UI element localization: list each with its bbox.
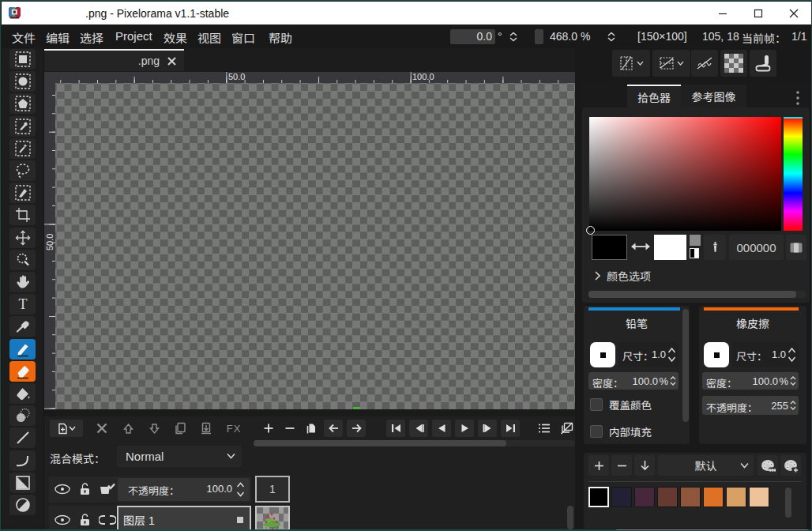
- right-size-spinbox[interactable]: 尺寸： 1.0: [732, 342, 799, 367]
- play-forward-button[interactable]: [455, 420, 474, 437]
- palette-swatch-6[interactable]: [726, 487, 746, 507]
- tool-ellipse-select[interactable]: [9, 71, 36, 92]
- right-density-slider[interactable]: 密度： 100.0 %: [702, 372, 799, 390]
- frame-1-button[interactable]: 1: [255, 476, 290, 503]
- layer-opacity-slider[interactable]: 不透明度： 100.0: [118, 478, 250, 501]
- palette-swatch-4[interactable]: [680, 487, 701, 507]
- zoom-slider-grip[interactable]: [535, 29, 543, 44]
- hex-color-input[interactable]: 000000: [729, 235, 784, 260]
- layer-name-field[interactable]: 图层 1: [117, 506, 251, 531]
- tool-ellipse[interactable]: [9, 495, 36, 515]
- menu-window[interactable]: 窗口: [231, 29, 255, 46]
- menu-edit[interactable]: 编辑: [46, 29, 70, 46]
- next-frame-button[interactable]: [478, 420, 497, 437]
- screen-color-picker-button[interactable]: [704, 235, 726, 260]
- layer-fx-button[interactable]: FX: [224, 420, 244, 437]
- global-visibility-button[interactable]: [53, 482, 72, 496]
- palette-swatch-2[interactable]: [634, 487, 655, 507]
- clone-layer-button[interactable]: [171, 420, 190, 437]
- left-density-slider[interactable]: 密度： 100.0 %: [588, 372, 679, 390]
- tool-move[interactable]: [9, 228, 36, 248]
- tool-line[interactable]: [9, 427, 36, 448]
- hue-slider[interactable]: [784, 117, 803, 231]
- tool-paint-select[interactable]: [9, 183, 36, 203]
- go-to-last-frame-button[interactable]: [501, 420, 520, 437]
- tool-pencil[interactable]: [9, 339, 36, 360]
- tool-rectangle[interactable]: [9, 473, 36, 493]
- dynamics-button[interactable]: [750, 50, 776, 77]
- layer-link-cels-button[interactable]: [97, 513, 118, 527]
- palette-select-dropdown[interactable]: 默认: [658, 455, 754, 476]
- tool-lasso[interactable]: [9, 160, 36, 181]
- blend-mode-dropdown[interactable]: Normal: [117, 446, 242, 467]
- new-palette-button[interactable]: [780, 455, 801, 476]
- tool-bucket[interactable]: [9, 383, 36, 404]
- right-brush-preview[interactable]: [704, 342, 729, 367]
- color-options-expander[interactable]: 颜色选项: [595, 268, 651, 284]
- tool-color-select[interactable]: [9, 116, 36, 137]
- merge-down-button[interactable]: [197, 420, 216, 437]
- previous-frame-button[interactable]: [409, 420, 428, 437]
- move-frame-left-button[interactable]: [324, 420, 343, 437]
- primary-color-swatch[interactable]: [592, 235, 627, 260]
- go-to-first-frame-button[interactable]: [386, 420, 405, 437]
- menu-help[interactable]: 帮助: [269, 29, 292, 46]
- remove-frame-button[interactable]: [283, 420, 297, 437]
- palette-swatch-5[interactable]: [703, 487, 724, 507]
- onion-skinning-button[interactable]: [557, 420, 576, 437]
- rotation-spinner[interactable]: [509, 32, 518, 42]
- layer-visibility-button[interactable]: [53, 513, 72, 527]
- palette-scrollbar[interactable]: [785, 488, 791, 518]
- left-brush-preview[interactable]: [590, 342, 615, 367]
- menu-effects[interactable]: 效果: [164, 29, 187, 46]
- canvas-viewport[interactable]: [55, 83, 575, 416]
- tool-zoom[interactable]: [9, 250, 36, 270]
- tool-eraser[interactable]: [9, 361, 36, 382]
- tool-crop[interactable]: [9, 205, 36, 225]
- right-opacity-slider[interactable]: 不透明度： 255: [702, 396, 799, 415]
- frame-list-button[interactable]: [536, 420, 553, 437]
- play-backwards-button[interactable]: [432, 420, 451, 437]
- move-frame-right-button[interactable]: [347, 420, 366, 437]
- tool-text[interactable]: T: [9, 294, 36, 314]
- clone-frame-button[interactable]: [303, 420, 319, 437]
- layer-lock-button[interactable]: [77, 511, 92, 529]
- left-checkbox-fill-inside[interactable]: 内部填充: [590, 424, 652, 439]
- menu-select[interactable]: 选择: [80, 29, 103, 46]
- menu-view[interactable]: 视图: [197, 29, 221, 46]
- mirror-horizontal-button[interactable]: [612, 50, 650, 77]
- maximize-button[interactable]: [742, 2, 774, 24]
- tool-color-picker[interactable]: [9, 316, 36, 337]
- project-tab[interactable]: .png: [44, 49, 184, 71]
- alpha-lock-button[interactable]: [720, 50, 747, 77]
- remove-layer-button[interactable]: [93, 420, 111, 437]
- secondary-color-swatch[interactable]: [654, 235, 686, 260]
- default-colors-button[interactable]: [690, 248, 699, 258]
- global-link-cels-button[interactable]: [97, 481, 118, 497]
- cel-thumbnail[interactable]: [255, 506, 290, 531]
- color-panel-scrollbar[interactable]: [588, 291, 806, 298]
- global-lock-button[interactable]: [77, 480, 92, 498]
- pixel-perfect-button[interactable]: [691, 50, 718, 77]
- remove-palette-color-button[interactable]: [611, 455, 632, 476]
- swap-colors-button[interactable]: [630, 240, 651, 253]
- close-button[interactable]: [778, 2, 810, 24]
- tab-reference-images[interactable]: 参考图像: [681, 85, 746, 107]
- add-palette-color-button[interactable]: [588, 455, 609, 476]
- tab-close-button[interactable]: [167, 56, 177, 66]
- palette-swatch-0[interactable]: [588, 487, 609, 507]
- sort-palette-button[interactable]: [634, 455, 655, 476]
- tool-rectangle-select[interactable]: [9, 49, 36, 70]
- left-size-spinbox[interactable]: 尺寸： 1.0: [618, 342, 679, 367]
- move-layer-down-button[interactable]: [145, 420, 163, 437]
- palette-swatch-1[interactable]: [611, 487, 632, 507]
- mirror-vertical-button[interactable]: [652, 50, 690, 77]
- color-mode-button[interactable]: [786, 235, 806, 260]
- tool-pan[interactable]: [9, 272, 36, 292]
- tool-polygon-select[interactable]: [9, 93, 36, 114]
- panel-menu-button[interactable]: [796, 91, 799, 105]
- minimize-button[interactable]: [707, 2, 739, 24]
- palette-swatch-7[interactable]: [749, 487, 769, 507]
- tool-shading[interactable]: [9, 405, 36, 426]
- add-layer-button[interactable]: [50, 420, 83, 437]
